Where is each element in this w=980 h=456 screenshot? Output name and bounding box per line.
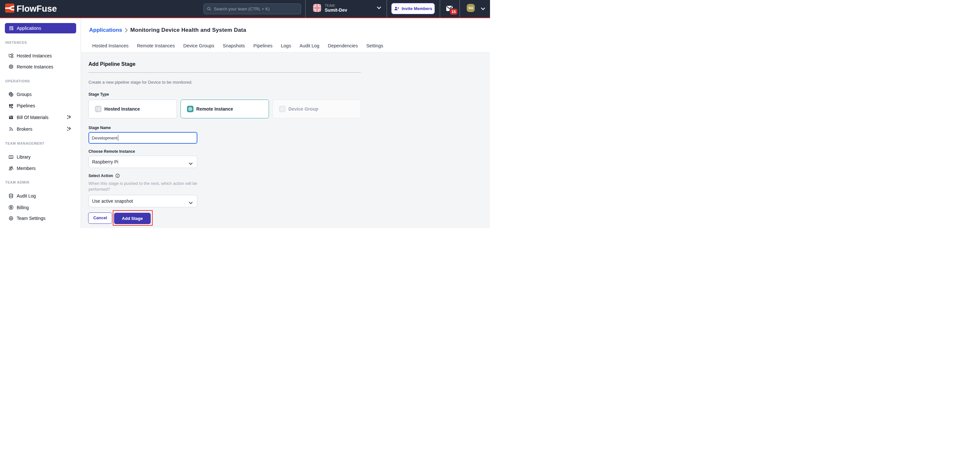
remote-instance-select[interactable]: Raspberry Pi [89,156,197,168]
nav-divider [460,0,460,18]
sidebar-item-label: Applications [17,26,41,31]
action-select[interactable]: Use active snapshot [89,195,197,207]
stage-name-value: Development [92,136,118,140]
sidebar-item-team-settings[interactable]: Team Settings [0,213,81,224]
annotation-highlight-rect [113,210,153,226]
select-action-label-row: Select Action [89,174,119,178]
tab-settings[interactable]: Settings [366,43,383,48]
hosted-instances-icon [8,53,14,58]
device-group-card-icon [279,106,285,112]
tab-audit-log[interactable]: Audit Log [299,43,319,48]
sidebar-section-team-management: TEAM MANAGEMENT [5,141,45,145]
card-label: Device Group [288,106,318,112]
sparkles-icon [67,126,72,132]
search-input[interactable]: Search your team (CTRL + K) [204,3,301,14]
info-icon[interactable] [115,174,120,178]
remote-instances-icon [8,64,14,69]
flowfuse-logo-icon[interactable] [5,3,14,13]
stage-type-remote-instance[interactable]: Remote Instance [180,100,269,118]
tab-device-groups[interactable]: Device Groups [183,43,214,48]
tab-remote-instances[interactable]: Remote Instances [137,43,175,48]
tab-dependencies[interactable]: Dependencies [328,43,358,48]
user-plus-icon [394,6,399,11]
tab-snapshots[interactable]: Snapshots [223,43,245,48]
team-chevron-down-icon[interactable] [377,6,381,10]
sidebar-section-operations: OPERATIONS [5,79,30,83]
sidebar-item-library[interactable]: Library [0,151,81,163]
stage-type-options: Hosted Instance Remote Instance Device G… [89,100,361,118]
sidebar-item-billing[interactable]: Billing [0,202,81,213]
form-heading: Add Pipeline Stage [89,61,135,67]
brokers-icon [8,126,14,132]
heading-divider [89,72,361,73]
members-icon [8,166,14,171]
flowfuse-logo-text[interactable]: FlowFuse [16,0,57,18]
form-description: Create a new pipeline stage for Device t… [89,80,192,85]
stage-name-label: Stage Name [89,126,111,130]
sidebar-item-audit-log[interactable]: Audit Log [0,190,81,201]
search-placeholder: Search your team (CTRL + K) [214,6,270,11]
team-settings-icon [8,216,14,221]
stage-type-device-group[interactable]: Device Group [272,100,361,118]
sidebar-item-label: Members [17,166,36,171]
card-label: Hosted Instance [104,106,140,112]
sidebar-item-groups[interactable]: Groups [0,89,81,100]
invite-members-button[interactable]: Invite Members [391,3,435,14]
library-icon [8,155,14,159]
tab-bar: Hosted Instances Remote Instances Device… [92,43,383,48]
search-icon [207,6,211,11]
sidebar-item-brokers[interactable]: Brokers [0,123,81,135]
sidebar-item-pipelines[interactable]: Pipelines [0,100,81,112]
tab-logs[interactable]: Logs [281,43,291,48]
user-avatar[interactable]: su [467,4,475,12]
sidebar-item-label: Bill Of Materials [17,115,49,120]
sidebar-item-remote-instances[interactable]: Remote Instances [0,61,81,72]
sidebar-section-team-admin: TEAM ADMIN [5,180,30,184]
stage-type-hosted-instance[interactable]: Hosted Instance [89,100,177,118]
main-header: Applications Monitoring Device Health an… [81,18,490,53]
invite-members-label: Invite Members [401,6,432,11]
stage-name-input[interactable]: Development [89,132,197,143]
sidebar-item-label: Hosted Instances [17,53,52,58]
remote-instance-select-value: Raspberry Pi [92,159,118,164]
nav-divider [387,0,387,18]
breadcrumb: Applications Monitoring Device Health an… [89,27,246,33]
sidebar-item-label: Billing [17,205,29,210]
sidebar-item-label: Library [17,155,31,159]
pipelines-icon [8,103,14,108]
sidebar-item-hosted-instances[interactable]: Hosted Instances [0,50,81,61]
select-chevron-down-icon [189,161,193,166]
sidebar-item-label: Remote Instances [17,64,54,69]
text-cursor [118,135,119,141]
sidebar-item-label: Audit Log [17,193,36,198]
notification-badge[interactable]: 15 [450,8,458,15]
hosted-instance-card-icon [95,106,102,112]
breadcrumb-applications-link[interactable]: Applications [89,27,122,33]
sidebar-item-bill-of-materials[interactable]: Bill Of Materials [0,112,81,123]
sidebar-item-members[interactable]: Members [0,163,81,174]
team-label: TEAM: [325,3,336,8]
stage-type-label: Stage Type [89,92,109,97]
select-chevron-down-icon [189,200,193,206]
user-chevron-down-icon[interactable] [481,8,485,10]
sidebar-item-label: Team Settings [17,216,46,221]
breadcrumb-chevron-icon [124,27,128,33]
top-navbar: FlowFuse Search your team (CTRL + K) TEA… [0,0,490,18]
nav-divider [440,0,440,18]
page-title: Monitoring Device Health and System Data [130,27,246,33]
sidebar: Applications INSTANCES Hosted Instances … [0,18,81,228]
sparkles-icon [67,115,72,120]
cancel-button[interactable]: Cancel [88,212,112,224]
groups-icon [8,91,14,97]
action-select-value: Use active snapshot [92,198,133,204]
tab-pipelines[interactable]: Pipelines [253,43,272,48]
nav-divider [305,0,305,18]
sidebar-item-label: Brokers [17,126,32,132]
sidebar-item-label: Pipelines [17,103,35,108]
audit-log-icon [8,193,14,198]
bill-of-materials-icon [8,115,14,120]
sidebar-item-applications[interactable]: Applications [5,23,76,33]
sidebar-item-label: Groups [17,92,32,97]
tab-hosted-instances[interactable]: Hosted Instances [92,43,129,48]
team-avatar[interactable] [313,4,321,12]
